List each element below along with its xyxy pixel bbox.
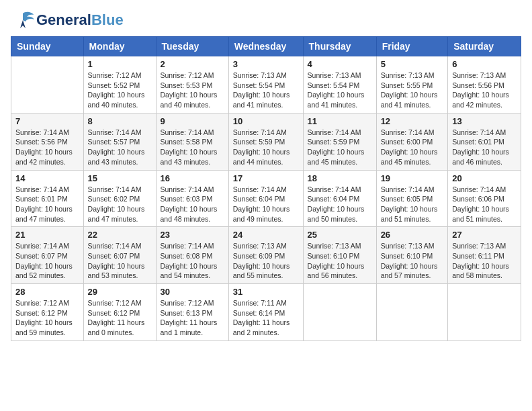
day-number: 7: [15, 116, 79, 126]
calendar-cell: [303, 284, 376, 341]
calendar-cell: 28Sunrise: 7:12 AM Sunset: 6:12 PM Dayli…: [11, 284, 84, 341]
day-info: Sunrise: 7:14 AM Sunset: 5:59 PM Dayligh…: [233, 128, 299, 167]
day-number: 9: [161, 116, 224, 126]
calendar-cell: 15Sunrise: 7:14 AM Sunset: 6:02 PM Dayli…: [83, 170, 156, 227]
day-number: 25: [308, 230, 372, 240]
day-number: 18: [308, 173, 372, 183]
day-info: Sunrise: 7:14 AM Sunset: 6:07 PM Dayligh…: [15, 241, 79, 281]
day-number: 31: [233, 287, 299, 297]
calendar-cell: 5Sunrise: 7:13 AM Sunset: 5:55 PM Daylig…: [376, 56, 448, 113]
calendar-week-5: 28Sunrise: 7:12 AM Sunset: 6:12 PM Dayli…: [11, 284, 521, 341]
day-info: Sunrise: 7:13 AM Sunset: 6:10 PM Dayligh…: [381, 241, 444, 281]
calendar-cell: 12Sunrise: 7:14 AM Sunset: 6:00 PM Dayli…: [376, 113, 448, 170]
day-number: 19: [381, 173, 444, 183]
calendar-cell: 22Sunrise: 7:14 AM Sunset: 6:07 PM Dayli…: [83, 227, 156, 284]
day-info: Sunrise: 7:14 AM Sunset: 6:03 PM Dayligh…: [161, 185, 224, 224]
calendar-cell: [448, 284, 521, 341]
day-info: Sunrise: 7:13 AM Sunset: 5:54 PM Dayligh…: [308, 71, 372, 110]
page-header: GeneralBlue: [11, 11, 521, 30]
day-info: Sunrise: 7:14 AM Sunset: 6:06 PM Dayligh…: [452, 185, 517, 224]
day-info: Sunrise: 7:13 AM Sunset: 5:54 PM Dayligh…: [233, 71, 299, 110]
calendar-body: 1Sunrise: 7:12 AM Sunset: 5:52 PM Daylig…: [11, 56, 521, 341]
day-number: 5: [381, 59, 444, 69]
day-number: 11: [308, 116, 372, 126]
day-info: Sunrise: 7:13 AM Sunset: 6:11 PM Dayligh…: [452, 241, 517, 281]
calendar-cell: 31Sunrise: 7:11 AM Sunset: 6:14 PM Dayli…: [228, 284, 303, 341]
calendar-header-friday: Friday: [376, 37, 448, 56]
day-info: Sunrise: 7:13 AM Sunset: 5:55 PM Dayligh…: [381, 71, 444, 110]
day-info: Sunrise: 7:14 AM Sunset: 6:07 PM Dayligh…: [88, 241, 152, 281]
day-info: Sunrise: 7:14 AM Sunset: 6:00 PM Dayligh…: [381, 128, 444, 167]
logo: GeneralBlue: [11, 11, 124, 30]
day-number: 21: [15, 230, 79, 240]
day-number: 2: [161, 59, 224, 69]
day-info: Sunrise: 7:14 AM Sunset: 5:56 PM Dayligh…: [15, 128, 79, 167]
calendar-cell: 7Sunrise: 7:14 AM Sunset: 5:56 PM Daylig…: [11, 113, 84, 170]
day-number: 13: [452, 116, 517, 126]
logo-general: General: [36, 11, 91, 28]
day-number: 8: [88, 116, 152, 126]
calendar-cell: 26Sunrise: 7:13 AM Sunset: 6:10 PM Dayli…: [376, 227, 448, 284]
day-number: 3: [233, 59, 299, 69]
day-number: 22: [88, 230, 152, 240]
day-info: Sunrise: 7:12 AM Sunset: 5:53 PM Dayligh…: [161, 71, 224, 110]
calendar-cell: 4Sunrise: 7:13 AM Sunset: 5:54 PM Daylig…: [303, 56, 376, 113]
logo-blue: Blue: [91, 11, 124, 28]
calendar-cell: 18Sunrise: 7:14 AM Sunset: 6:04 PM Dayli…: [303, 170, 376, 227]
day-info: Sunrise: 7:12 AM Sunset: 6:12 PM Dayligh…: [15, 298, 79, 338]
day-number: 29: [88, 287, 152, 297]
day-info: Sunrise: 7:14 AM Sunset: 6:08 PM Dayligh…: [161, 241, 224, 281]
calendar-header-saturday: Saturday: [448, 37, 521, 56]
day-info: Sunrise: 7:12 AM Sunset: 5:52 PM Dayligh…: [88, 71, 152, 110]
day-info: Sunrise: 7:13 AM Sunset: 6:10 PM Dayligh…: [308, 241, 372, 281]
calendar-cell: 21Sunrise: 7:14 AM Sunset: 6:07 PM Dayli…: [11, 227, 84, 284]
calendar-cell: 27Sunrise: 7:13 AM Sunset: 6:11 PM Dayli…: [448, 227, 521, 284]
day-number: 30: [161, 287, 224, 297]
calendar-header-monday: Monday: [83, 37, 156, 56]
calendar-cell: 9Sunrise: 7:14 AM Sunset: 5:58 PM Daylig…: [156, 113, 228, 170]
calendar-header-wednesday: Wednesday: [228, 37, 303, 56]
calendar-cell: 2Sunrise: 7:12 AM Sunset: 5:53 PM Daylig…: [156, 56, 228, 113]
calendar-week-4: 21Sunrise: 7:14 AM Sunset: 6:07 PM Dayli…: [11, 227, 521, 284]
day-info: Sunrise: 7:11 AM Sunset: 6:14 PM Dayligh…: [233, 298, 299, 338]
day-info: Sunrise: 7:14 AM Sunset: 5:57 PM Dayligh…: [88, 128, 152, 167]
calendar-cell: 1Sunrise: 7:12 AM Sunset: 5:52 PM Daylig…: [83, 56, 156, 113]
calendar-header-tuesday: Tuesday: [156, 37, 228, 56]
day-number: 14: [15, 173, 79, 183]
day-info: Sunrise: 7:14 AM Sunset: 5:58 PM Dayligh…: [161, 128, 224, 167]
day-number: 10: [233, 116, 299, 126]
calendar-week-1: 1Sunrise: 7:12 AM Sunset: 5:52 PM Daylig…: [11, 56, 521, 113]
calendar-table: SundayMondayTuesdayWednesdayThursdayFrid…: [11, 36, 521, 341]
day-number: 4: [308, 59, 372, 69]
calendar-header-sunday: Sunday: [11, 37, 84, 56]
calendar-cell: 10Sunrise: 7:14 AM Sunset: 5:59 PM Dayli…: [228, 113, 303, 170]
calendar-cell: 6Sunrise: 7:13 AM Sunset: 5:56 PM Daylig…: [448, 56, 521, 113]
calendar-cell: 25Sunrise: 7:13 AM Sunset: 6:10 PM Dayli…: [303, 227, 376, 284]
day-info: Sunrise: 7:12 AM Sunset: 6:13 PM Dayligh…: [161, 298, 224, 338]
calendar-cell: 16Sunrise: 7:14 AM Sunset: 6:03 PM Dayli…: [156, 170, 228, 227]
day-number: 12: [381, 116, 444, 126]
day-number: 1: [88, 59, 152, 69]
calendar-week-2: 7Sunrise: 7:14 AM Sunset: 5:56 PM Daylig…: [11, 113, 521, 170]
calendar-cell: [11, 56, 84, 113]
logo-bird-icon: [11, 11, 35, 30]
day-number: 6: [452, 59, 517, 69]
calendar-cell: 23Sunrise: 7:14 AM Sunset: 6:08 PM Dayli…: [156, 227, 228, 284]
calendar-cell: 14Sunrise: 7:14 AM Sunset: 6:01 PM Dayli…: [11, 170, 84, 227]
calendar-cell: 11Sunrise: 7:14 AM Sunset: 5:59 PM Dayli…: [303, 113, 376, 170]
day-info: Sunrise: 7:13 AM Sunset: 6:09 PM Dayligh…: [233, 241, 299, 281]
day-info: Sunrise: 7:14 AM Sunset: 6:04 PM Dayligh…: [308, 185, 372, 224]
day-info: Sunrise: 7:14 AM Sunset: 6:01 PM Dayligh…: [15, 185, 79, 224]
calendar-cell: 3Sunrise: 7:13 AM Sunset: 5:54 PM Daylig…: [228, 56, 303, 113]
calendar-cell: 19Sunrise: 7:14 AM Sunset: 6:05 PM Dayli…: [376, 170, 448, 227]
calendar-cell: 29Sunrise: 7:12 AM Sunset: 6:12 PM Dayli…: [83, 284, 156, 341]
day-info: Sunrise: 7:12 AM Sunset: 6:12 PM Dayligh…: [88, 298, 152, 338]
day-number: 27: [452, 230, 517, 240]
calendar-header-thursday: Thursday: [303, 37, 376, 56]
day-number: 16: [161, 173, 224, 183]
day-number: 28: [15, 287, 79, 297]
day-number: 24: [233, 230, 299, 240]
calendar-cell: 20Sunrise: 7:14 AM Sunset: 6:06 PM Dayli…: [448, 170, 521, 227]
day-number: 23: [161, 230, 224, 240]
calendar-cell: 13Sunrise: 7:14 AM Sunset: 6:01 PM Dayli…: [448, 113, 521, 170]
